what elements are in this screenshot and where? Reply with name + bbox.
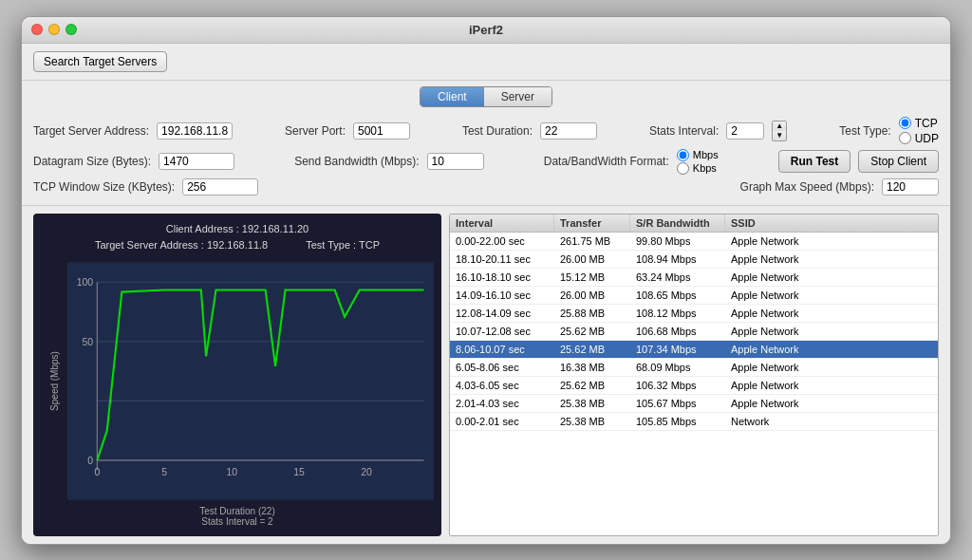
chart-container: Client Address : 192.168.11.20 Target Se…: [33, 214, 441, 536]
tcp-window-input[interactable]: [182, 178, 258, 196]
y-axis-container: Speed (Mbps): [41, 260, 67, 502]
tcp-radio-label[interactable]: TCP: [899, 117, 939, 130]
toolbar: Search Target Servers: [22, 44, 950, 81]
cell-bandwidth: 63.24 Mbps: [630, 269, 725, 286]
window-title: iPerf2: [469, 23, 503, 37]
cell-bandwidth: 99.80 Mbps: [630, 233, 725, 250]
cell-interval: 10.07-12.08 sec: [450, 323, 554, 340]
stats-interval-stepper[interactable]: ▲ ▼: [772, 121, 787, 141]
test-duration-label: Test Duration:: [462, 124, 533, 138]
chart-footer: Test Duration (22) Stats Interval = 2: [41, 506, 434, 527]
cell-interval: 6.05-8.06 sec: [450, 359, 554, 376]
datagram-input[interactable]: [159, 153, 234, 170]
udp-radio-label[interactable]: UDP: [899, 132, 939, 145]
stepper-down[interactable]: ▼: [773, 131, 786, 140]
table-row[interactable]: 16.10-18.10 sec 15.12 MB 63.24 Mbps Appl…: [450, 269, 938, 287]
table-row[interactable]: 6.05-8.06 sec 16.38 MB 68.09 Mbps Apple …: [450, 359, 938, 377]
cell-interval: 0.00-22.00 sec: [450, 233, 554, 250]
mbps-radio[interactable]: [677, 149, 689, 161]
server-port-label: Server Port:: [285, 124, 346, 138]
svg-text:100: 100: [77, 277, 94, 288]
table-row[interactable]: 0.00-22.00 sec 261.75 MB 99.80 Mbps Appl…: [450, 233, 938, 251]
col-bandwidth: S/R Bandwidth: [630, 215, 725, 232]
cell-ssid: Apple Network: [725, 359, 938, 376]
cell-interval: 2.01-4.03 sec: [450, 395, 554, 412]
cell-interval: 18.10-20.11 sec: [450, 251, 554, 268]
cell-ssid: Apple Network: [725, 251, 938, 268]
chart-client-address: Client Address : 192.168.11.20: [41, 221, 434, 238]
cell-transfer: 25.88 MB: [554, 305, 630, 322]
send-bandwidth-input[interactable]: [427, 153, 484, 170]
run-test-button[interactable]: Run Test: [778, 150, 850, 173]
table-row[interactable]: 0.00-2.01 sec 25.38 MB 105.85 Mbps Netwo…: [450, 413, 938, 431]
cell-ssid: Network: [725, 413, 938, 430]
cell-ssid: Apple Network: [725, 269, 938, 286]
cell-bandwidth: 105.85 Mbps: [630, 413, 725, 430]
search-target-servers-button[interactable]: Search Target Servers: [33, 51, 167, 72]
cell-ssid: Apple Network: [725, 233, 938, 250]
cell-bandwidth: 106.32 Mbps: [630, 377, 725, 394]
cell-bandwidth: 106.68 Mbps: [630, 323, 725, 340]
cell-interval: 12.08-14.09 sec: [450, 305, 554, 322]
stop-client-button[interactable]: Stop Client: [858, 150, 939, 173]
params-row-1: Target Server Address: Server Port: Test…: [33, 117, 939, 145]
cell-ssid: Apple Network: [725, 323, 938, 340]
col-ssid: SSID: [725, 215, 938, 232]
target-server-label: Target Server Address:: [33, 124, 149, 138]
cell-interval: 0.00-2.01 sec: [450, 413, 554, 430]
cell-bandwidth: 107.34 Mbps: [630, 341, 725, 358]
close-button[interactable]: [31, 24, 43, 35]
bandwidth-format-group: Mbps Kbps: [677, 149, 719, 175]
table-row[interactable]: 2.01-4.03 sec 25.38 MB 105.67 Mbps Apple…: [450, 395, 938, 413]
send-bandwidth-label: Send Bandwidth (Mbps):: [294, 155, 419, 168]
udp-label: UDP: [915, 132, 939, 145]
cell-bandwidth: 108.94 Mbps: [630, 251, 725, 268]
cell-transfer: 16.38 MB: [554, 359, 630, 376]
titlebar: iPerf2: [22, 17, 950, 44]
tab-client[interactable]: Client: [421, 87, 484, 106]
cell-transfer: 26.00 MB: [554, 287, 630, 304]
table-row[interactable]: 10.07-12.08 sec 25.62 MB 106.68 Mbps App…: [450, 323, 938, 341]
udp-radio[interactable]: [899, 132, 911, 144]
cell-interval: 16.10-18.10 sec: [450, 269, 554, 286]
col-transfer: Transfer: [554, 215, 630, 232]
cell-transfer: 25.38 MB: [554, 413, 630, 430]
table-row[interactable]: 18.10-20.11 sec 26.00 MB 108.94 Mbps App…: [450, 251, 938, 269]
cell-transfer: 25.38 MB: [554, 395, 630, 412]
data-bandwidth-label: Data/BandWidth Format:: [544, 155, 669, 168]
datagram-label: Datagram Size (Bytes):: [33, 155, 151, 168]
maximize-button[interactable]: [65, 24, 77, 35]
stats-interval-input[interactable]: [726, 122, 764, 140]
server-port-input[interactable]: [353, 122, 410, 140]
stepper-up[interactable]: ▲: [773, 121, 786, 131]
tabs-row: Client Server: [22, 81, 950, 111]
chart-header: Client Address : 192.168.11.20 Target Se…: [41, 221, 434, 254]
table-row[interactable]: 14.09-16.10 sec 26.00 MB 108.65 Mbps App…: [450, 287, 938, 305]
minimize-button[interactable]: [48, 24, 60, 35]
mbps-radio-label[interactable]: Mbps: [677, 149, 719, 161]
table-row[interactable]: 4.03-6.05 sec 25.62 MB 106.32 Mbps Apple…: [450, 377, 938, 395]
test-duration-input[interactable]: [540, 122, 597, 140]
stats-interval-label: Stats Interval:: [649, 124, 719, 138]
chart-test-type: Test Type : TCP: [306, 237, 380, 254]
cell-transfer: 25.62 MB: [554, 377, 630, 394]
cell-ssid: Apple Network: [725, 395, 938, 412]
kbps-label: Kbps: [693, 162, 717, 174]
kbps-radio-label[interactable]: Kbps: [677, 162, 719, 175]
table-row[interactable]: 12.08-14.09 sec 25.88 MB 108.12 Mbps App…: [450, 305, 938, 323]
svg-text:20: 20: [361, 466, 372, 476]
target-server-input[interactable]: [157, 122, 233, 140]
svg-text:0: 0: [94, 466, 100, 476]
table-header: Interval Transfer S/R Bandwidth SSID: [450, 215, 938, 233]
chart-svg: 100 50 0 0 5 10 15 20: [67, 260, 434, 502]
table-body: 0.00-22.00 sec 261.75 MB 99.80 Mbps Appl…: [450, 233, 938, 431]
graph-max-input[interactable]: [882, 178, 939, 196]
cell-interval: 4.03-6.05 sec: [450, 377, 554, 394]
tcp-radio[interactable]: [899, 117, 911, 129]
table-row[interactable]: 8.06-10.07 sec 25.62 MB 107.34 Mbps Appl…: [450, 341, 938, 359]
mbps-label: Mbps: [693, 149, 719, 160]
tab-server[interactable]: Server: [484, 87, 551, 106]
svg-rect-0: [67, 262, 434, 499]
kbps-radio[interactable]: [677, 162, 689, 175]
cell-transfer: 261.75 MB: [554, 233, 630, 250]
